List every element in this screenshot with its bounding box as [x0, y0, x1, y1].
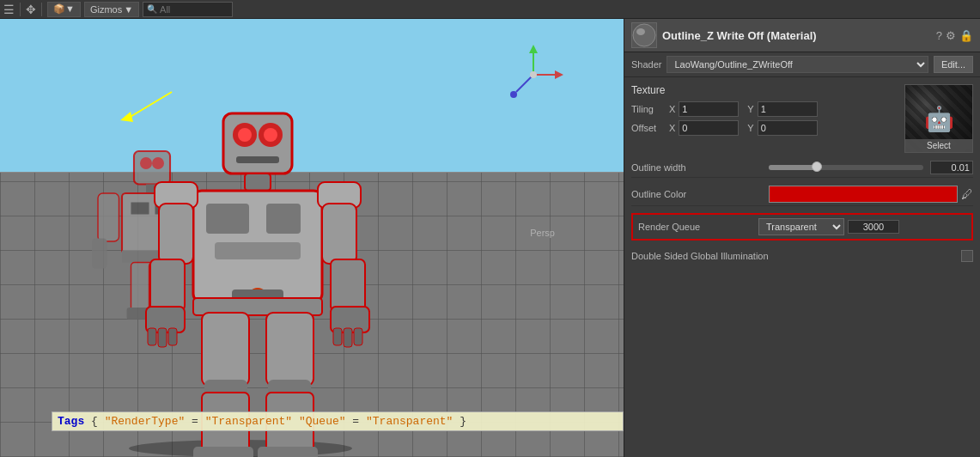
- outline-width-row: Outline width: [631, 158, 973, 178]
- outline-color-row: Outline Color 🖊: [631, 183, 973, 206]
- svg-rect-36: [158, 328, 167, 347]
- offset-x-group: X: [669, 120, 739, 136]
- lock-icon[interactable]: 🔒: [959, 29, 973, 42]
- tiling-y-group: Y: [747, 101, 817, 117]
- svg-line-59: [516, 75, 533, 92]
- outline-width-label: Outline width: [631, 162, 769, 173]
- svg-point-19: [238, 128, 252, 142]
- transform-icon[interactable]: ✥: [26, 3, 36, 16]
- offset-x-letter: X: [669, 123, 675, 133]
- svg-rect-22: [236, 156, 279, 163]
- svg-point-3: [152, 157, 164, 169]
- top-toolbar: ☰ ✥ 📦▼ Gizmos ▼ 🔍: [0, 0, 980, 19]
- render-queue-value[interactable]: [848, 220, 899, 234]
- tags-keyword: Tags: [58, 415, 84, 428]
- viewport-gizmo[interactable]: [503, 45, 563, 105]
- texture-label: Texture: [631, 84, 898, 96]
- svg-point-2: [140, 157, 152, 169]
- header-icons: ? ⚙ 🔒: [936, 29, 973, 42]
- outline-width-value: [769, 161, 973, 174]
- outline-color-label: Outline Color: [631, 189, 769, 199]
- double-sided-label: Double Sided Global Illumination: [631, 251, 961, 261]
- offset-y-input[interactable]: [758, 120, 818, 136]
- offset-row: Offset X Y: [631, 120, 898, 136]
- svg-rect-40: [331, 259, 365, 311]
- svg-rect-33: [150, 259, 185, 311]
- render-queue-dropdown[interactable]: Transparent: [758, 218, 844, 235]
- svg-point-62: [633, 24, 655, 46]
- svg-rect-35: [148, 328, 156, 345]
- svg-rect-9: [98, 193, 119, 241]
- tiling-y-input[interactable]: [758, 101, 818, 117]
- svg-rect-25: [206, 204, 249, 234]
- tiling-x-letter: X: [669, 104, 675, 114]
- offset-x-input[interactable]: [679, 120, 739, 136]
- tags-render-type-val: "Transparent": [205, 415, 292, 428]
- outline-width-slider-fill: [769, 165, 815, 170]
- sphere-icon: [632, 23, 656, 47]
- svg-rect-17: [223, 113, 292, 174]
- outline-color-value: 🖊: [769, 186, 973, 203]
- main-content: Persp Tags { "RenderType" = "Transparent…: [0, 19, 980, 457]
- gizmos-button[interactable]: Gizmos ▼: [84, 2, 139, 17]
- tags-brace-close: }: [460, 415, 466, 428]
- texture-thumbnail[interactable]: 🤖 Select: [904, 84, 973, 153]
- separator2: [41, 3, 42, 16]
- arrow-annotation: [112, 88, 180, 122]
- svg-line-53: [129, 92, 172, 118]
- svg-rect-32: [159, 204, 193, 264]
- svg-rect-43: [344, 328, 352, 347]
- svg-point-61: [530, 71, 537, 78]
- search-box[interactable]: 🔍: [143, 2, 233, 17]
- tags-brace-open: {: [91, 415, 105, 428]
- shader-dropdown[interactable]: LaoWang/Outline_ZWriteOff: [667, 56, 928, 73]
- edit-button[interactable]: Edit...: [934, 56, 973, 73]
- help-icon[interactable]: ?: [936, 29, 942, 42]
- outline-width-slider-thumb[interactable]: [812, 161, 822, 172]
- svg-marker-56: [529, 45, 538, 53]
- material-title: Outline_Z Write Off (Material): [662, 29, 817, 42]
- svg-rect-1: [134, 151, 170, 185]
- settings-icon[interactable]: ⚙: [946, 29, 956, 42]
- svg-marker-58: [555, 70, 563, 79]
- tags-render-type-key: "RenderType": [105, 415, 186, 428]
- separator: [20, 3, 21, 16]
- view-mode-button[interactable]: 📦▼: [47, 2, 81, 17]
- texture-section: Texture Tiling X Y: [631, 84, 973, 153]
- svg-rect-45: [202, 313, 249, 386]
- tags-queue-val: "Transparent": [366, 415, 453, 428]
- svg-rect-42: [333, 328, 342, 345]
- svg-rect-49: [266, 313, 313, 386]
- tiling-x-input[interactable]: [679, 101, 739, 117]
- inspector-panel: Outline_Z Write Off (Material) ? ⚙ 🔒 Sha…: [624, 19, 980, 457]
- svg-rect-27: [215, 242, 301, 259]
- robot-figure: [43, 88, 541, 457]
- render-queue-row: Render Queue Transparent: [631, 213, 973, 241]
- outline-width-slider-track[interactable]: [769, 165, 923, 170]
- outline-color-swatch[interactable]: [769, 186, 958, 203]
- tags-queue-key: "Queue": [299, 415, 346, 428]
- outline-width-number[interactable]: [930, 161, 973, 174]
- svg-rect-26: [266, 204, 301, 234]
- svg-point-21: [264, 128, 277, 142]
- svg-point-63: [636, 28, 645, 35]
- tiling-y-letter: Y: [747, 104, 753, 114]
- tiling-row: Tiling X Y: [631, 101, 898, 117]
- search-input[interactable]: [160, 4, 228, 15]
- double-sided-checkbox[interactable]: [961, 250, 973, 262]
- viewport[interactable]: Persp Tags { "RenderType" = "Transparent…: [0, 19, 624, 457]
- tags-equals2: =: [352, 415, 359, 428]
- svg-rect-37: [168, 328, 177, 345]
- inspector-header: Outline_Z Write Off (Material) ? ⚙ 🔒: [624, 19, 980, 52]
- offset-y-letter: Y: [747, 123, 753, 133]
- persp-label: Persp: [530, 228, 555, 238]
- select-button[interactable]: Select: [905, 139, 972, 152]
- eyedropper-icon[interactable]: 🖊: [961, 187, 973, 201]
- shader-label: Shader: [631, 59, 661, 70]
- svg-rect-52: [258, 447, 318, 457]
- inspector-body: Texture Tiling X Y: [624, 77, 980, 457]
- tags-bar: Tags { "RenderType" = "Transparent" "Que…: [52, 411, 624, 431]
- svg-rect-44: [354, 328, 362, 345]
- svg-rect-48: [193, 447, 253, 457]
- menu-icon[interactable]: ☰: [3, 3, 15, 16]
